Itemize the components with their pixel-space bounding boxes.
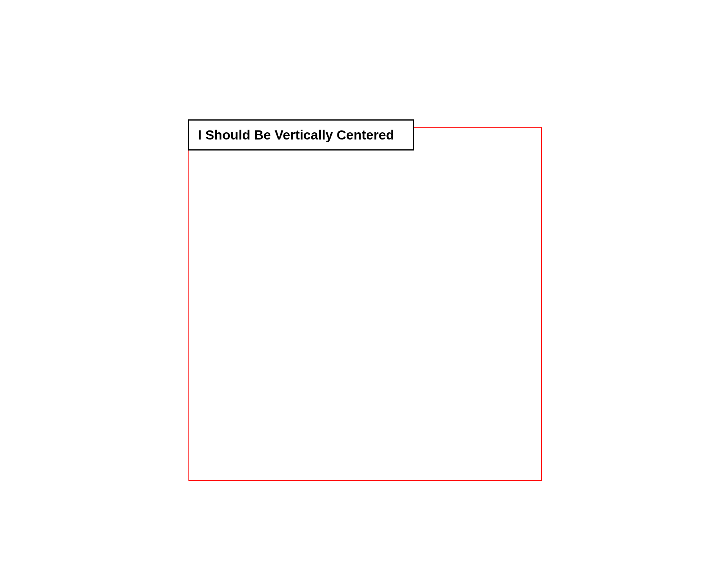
label-text: I Should Be Vertically Centered: [198, 127, 394, 143]
outer-container: [188, 127, 542, 481]
inner-label-box: I Should Be Vertically Centered: [188, 119, 414, 150]
